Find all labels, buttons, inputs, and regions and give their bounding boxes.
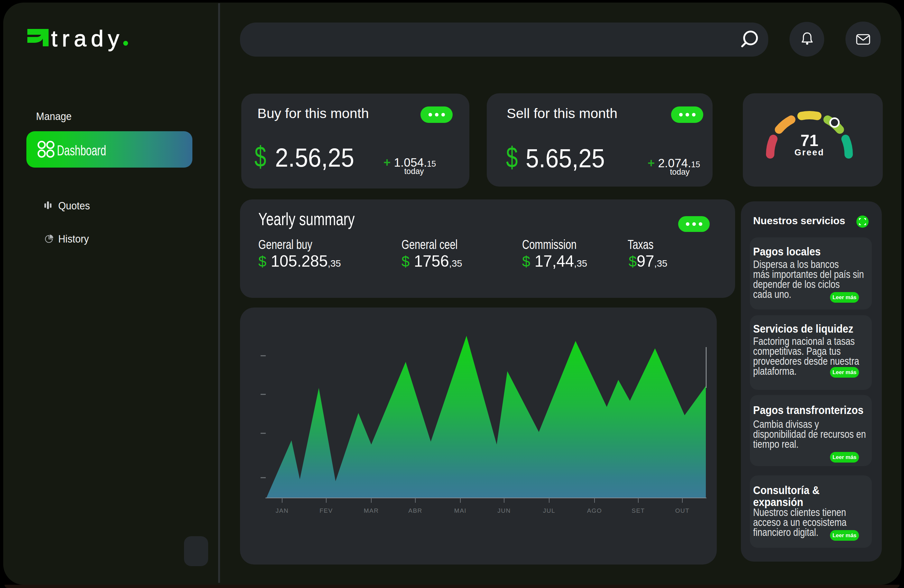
svg-text:JUL: JUL (543, 507, 555, 514)
svg-text:MAR: MAR (364, 507, 379, 514)
svg-text:ABR: ABR (408, 507, 422, 514)
svg-text:JAN: JAN (276, 507, 289, 514)
svg-text:SET: SET (632, 507, 645, 514)
svg-text:MAI: MAI (454, 507, 466, 514)
svg-text:71: 71 (800, 131, 819, 150)
svg-text:JUN: JUN (497, 507, 510, 514)
svg-text:OUT: OUT (675, 507, 690, 514)
svg-text:Greed: Greed (794, 148, 824, 157)
svg-text:AGO: AGO (587, 507, 602, 514)
svg-text:FEV: FEV (319, 507, 333, 514)
